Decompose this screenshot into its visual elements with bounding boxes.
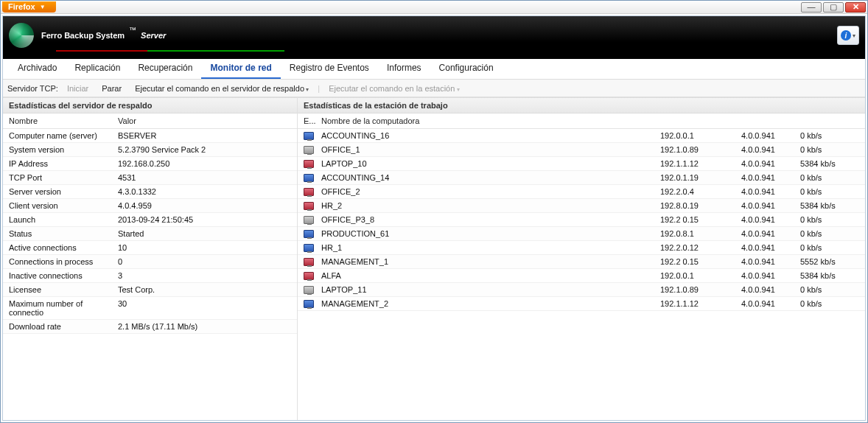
stat-name: Computer name (server) [9, 131, 118, 140]
workstation-row[interactable]: PRODUCTION_61192.0.8.14.0.0.9410 kb/s [298, 227, 865, 241]
workstation-row[interactable]: ACCOUNTING_16192.0.0.14.0.0.9410 kb/s [298, 129, 865, 143]
ip-address: 192.2.0.4 [660, 187, 741, 196]
server-stat-row[interactable]: Computer name (server)BSERVER [3, 129, 297, 143]
computer-name: HR_2 [321, 201, 660, 210]
stat-value: BSERVER [118, 131, 291, 140]
stat-name: Launch [9, 215, 118, 224]
monitor-icon [304, 216, 314, 224]
computer-name: ACCOUNTING_14 [321, 173, 660, 182]
ip-address: 192.0.0.1 [660, 271, 741, 280]
client-version: 4.0.0.941 [741, 131, 800, 140]
tab-configuración[interactable]: Configuración [430, 58, 503, 79]
server-stat-row[interactable]: Launch2013-09-24 21:50:45 [3, 213, 297, 227]
maximize-icon: ▢ [830, 3, 837, 11]
server-stat-row[interactable]: LicenseeTest Corp. [3, 283, 297, 297]
window-maximize-button[interactable]: ▢ [823, 2, 844, 13]
status-icon-cell [304, 131, 321, 140]
workstation-row[interactable]: MANAGEMENT_2192.1.1.124.0.0.9410 kb/s [298, 297, 865, 311]
col-header-ip[interactable] [660, 116, 741, 125]
tcp-start-button[interactable]: Iniciar [63, 83, 93, 94]
col-header-status[interactable]: E... [304, 116, 321, 125]
col-header-computer[interactable]: Nombre de la computadora [321, 116, 660, 125]
computer-name: MANAGEMENT_2 [321, 299, 660, 308]
status-icon-cell [304, 173, 321, 182]
app-title-main: Ferro Backup System [41, 31, 125, 40]
workstation-stats-grid[interactable]: ACCOUNTING_16192.0.0.14.0.0.9410 kb/sOFF… [298, 129, 865, 420]
server-stat-row[interactable]: Client version4.0.4.959 [3, 199, 297, 213]
workstation-row[interactable]: HR_2192.8.0.194.0.0.9415384 kb/s [298, 199, 865, 213]
app-header: Ferro Backup System™ Server i ▾ [3, 16, 865, 59]
firefox-menu-button[interactable]: Firefox ▼ [2, 1, 56, 13]
server-stats-header: Nombre Valor [3, 113, 297, 129]
tab-recuperación[interactable]: Recuperación [129, 58, 201, 79]
tab-archivado[interactable]: Archivado [9, 58, 66, 79]
server-stat-row[interactable]: System version5.2.3790 Service Pack 2 [3, 143, 297, 157]
info-button[interactable]: i ▾ [837, 26, 859, 45]
workstation-row[interactable]: ACCOUNTING_14192.0.1.194.0.0.9410 kb/s [298, 171, 865, 185]
computer-name: LAPTOP_10 [321, 159, 660, 168]
client-version: 4.0.0.941 [741, 299, 800, 308]
monitor-icon [304, 244, 314, 252]
tab-monitor-de-red[interactable]: Monitor de red [201, 58, 280, 79]
workstation-row[interactable]: HR_1192.2.0.124.0.0.9410 kb/s [298, 241, 865, 255]
stat-name: Inactive connections [9, 271, 118, 280]
app-window: Firefox ▼ — ▢ ✕ Ferro Backup System™ Ser… [0, 0, 868, 423]
os-titlebar: Firefox ▼ — ▢ ✕ [1, 1, 867, 14]
window-minimize-button[interactable]: — [801, 2, 822, 13]
stat-name: IP Address [9, 159, 118, 168]
toolbar: Servidor TCP: Iniciar Parar Ejecutar el … [3, 80, 865, 97]
tab-registro-de-eventos[interactable]: Registro de Eventos [281, 58, 378, 79]
status-icon-cell [304, 215, 321, 224]
client-version: 4.0.0.941 [741, 145, 800, 154]
server-stat-row[interactable]: Maximum number of connectio30 [3, 297, 297, 320]
tab-informes[interactable]: Informes [378, 58, 430, 79]
workstation-row[interactable]: MANAGEMENT_1192.2 0.154.0.0.9415552 kb/s [298, 255, 865, 269]
stat-value: 30 [118, 299, 291, 317]
status-icon-cell [304, 229, 321, 238]
tcp-stop-button[interactable]: Parar [97, 83, 126, 94]
window-close-button[interactable]: ✕ [845, 2, 866, 13]
run-station-command-button[interactable]: Ejecutar el comando en la estación [324, 83, 463, 94]
monitor-icon [304, 258, 314, 266]
server-stat-row[interactable]: Connections in process0 [3, 255, 297, 269]
download-rate: 5552 kb/s [800, 257, 859, 266]
server-stat-row[interactable]: Active connections10 [3, 241, 297, 255]
download-rate: 0 kb/s [800, 285, 859, 294]
server-stat-row[interactable]: TCP Port4531 [3, 171, 297, 185]
server-stat-row[interactable]: Download rate2.1 MB/s (17.11 Mb/s) [3, 320, 297, 334]
server-stat-row[interactable]: StatusStarted [3, 227, 297, 241]
workstation-row[interactable]: LAPTOP_10192.1.1.124.0.0.9415384 kb/s [298, 157, 865, 171]
server-stat-row[interactable]: IP Address192.168.0.250 [3, 157, 297, 171]
col-header-rate[interactable] [800, 116, 859, 125]
server-stats-grid[interactable]: Computer name (server)BSERVERSystem vers… [3, 129, 297, 420]
status-icon-cell [304, 159, 321, 168]
server-stat-row[interactable]: Inactive connections3 [3, 269, 297, 283]
header-underline [56, 50, 284, 52]
monitor-icon [304, 160, 314, 168]
computer-name: PRODUCTION_61 [321, 229, 660, 238]
tab-replicación[interactable]: Replicación [66, 58, 129, 79]
run-server-command-button[interactable]: Ejecutar el comando en el servidor de re… [130, 83, 313, 94]
ip-address: 192.1.0.89 [660, 285, 741, 294]
workstation-row[interactable]: ALFA192.0.0.14.0.0.9415384 kb/s [298, 269, 865, 283]
server-stat-row[interactable]: Server version4.3.0.1332 [3, 185, 297, 199]
ip-address: 192.1.0.89 [660, 145, 741, 154]
stat-name: Maximum number of connectio [9, 299, 118, 317]
ip-address: 192.0.1.19 [660, 173, 741, 182]
client-version: 4.0.0.941 [741, 173, 800, 182]
workstation-row[interactable]: OFFICE_1192.1.0.894.0.0.9410 kb/s [298, 143, 865, 157]
col-header-version[interactable] [741, 116, 800, 125]
stat-name: Server version [9, 187, 118, 196]
ip-address: 192.2 0.15 [660, 257, 741, 266]
download-rate: 5384 kb/s [800, 159, 859, 168]
main-tabbar: ArchivadoReplicaciónRecuperaciónMonitor … [3, 59, 865, 80]
col-header-name[interactable]: Nombre [9, 116, 118, 125]
stat-value: 4.3.0.1332 [118, 187, 291, 196]
status-icon-cell [304, 285, 321, 294]
workstation-row[interactable]: OFFICE_2192.2.0.44.0.0.9410 kb/s [298, 185, 865, 199]
col-header-value[interactable]: Valor [118, 116, 291, 125]
workstation-row[interactable]: OFFICE_P3_8192.2 0.154.0.0.9410 kb/s [298, 213, 865, 227]
client-version: 4.0.0.941 [741, 229, 800, 238]
stat-name: Active connections [9, 243, 118, 252]
workstation-row[interactable]: LAPTOP_11192.1.0.894.0.0.9410 kb/s [298, 283, 865, 297]
